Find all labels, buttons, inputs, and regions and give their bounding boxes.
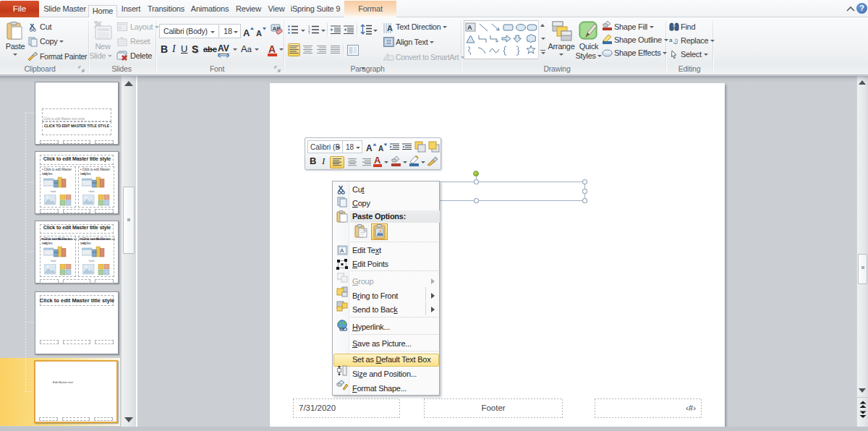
svg-text:A: A bbox=[387, 24, 393, 33]
svg-text:level: level bbox=[93, 251, 98, 254]
svg-text:level: level bbox=[93, 182, 98, 184]
svg-text:a: a bbox=[669, 37, 673, 43]
svg-text:level: level bbox=[54, 251, 59, 254]
svg-text:• level: • level bbox=[50, 190, 56, 193]
svg-text:• level: • level bbox=[88, 260, 94, 263]
svg-text:A: A bbox=[467, 24, 472, 31]
svg-text:A: A bbox=[340, 247, 344, 254]
svg-text:3: 3 bbox=[308, 32, 310, 35]
svg-text:level: level bbox=[54, 182, 59, 184]
svg-text:• level: • level bbox=[50, 260, 56, 263]
svg-text:b: b bbox=[675, 37, 678, 43]
svg-text:• level: • level bbox=[88, 190, 94, 193]
